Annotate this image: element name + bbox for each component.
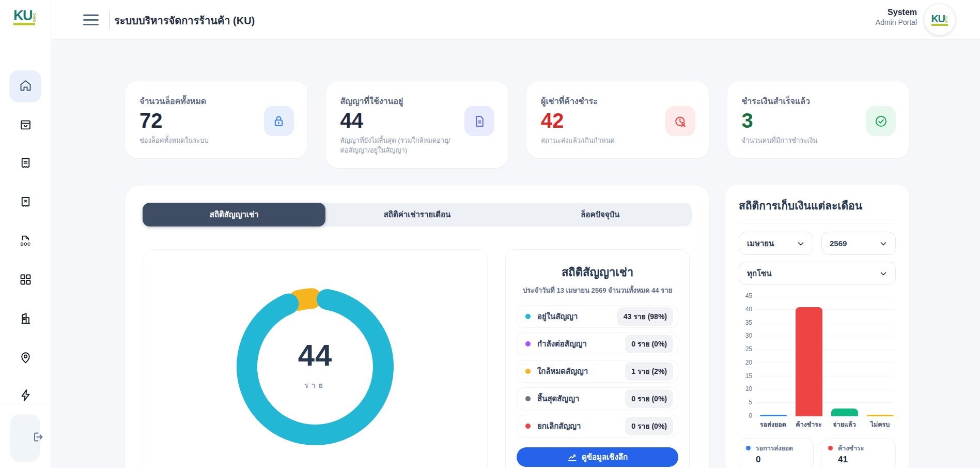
sidebar-item-shop[interactable] bbox=[9, 110, 41, 142]
legend-label: ยกเลิกสัญญา bbox=[537, 420, 581, 432]
shop-bag-icon bbox=[19, 118, 33, 134]
y-axis-tick: 45 bbox=[739, 292, 752, 299]
legend-value-badge: 1 ราย (2%) bbox=[625, 362, 673, 381]
building-icon bbox=[19, 311, 33, 327]
legend-dot-icon bbox=[525, 341, 531, 346]
stat-subtitle: สัญญาที่ยังไม่สิ้นสุด (รวมใกล้หมดอายุ/ต่… bbox=[340, 136, 452, 156]
doc-file-icon: DOC bbox=[19, 234, 33, 250]
overdue-clock-icon bbox=[665, 106, 695, 136]
chart-line-icon bbox=[567, 452, 577, 462]
svg-text:DOC: DOC bbox=[20, 241, 30, 246]
donut-center-unit: ราย bbox=[226, 380, 404, 391]
gridline bbox=[755, 323, 894, 323]
chevron-down-icon bbox=[879, 269, 888, 278]
bar-4 bbox=[867, 415, 894, 416]
legend-value-badge: 0 ราย (0%) bbox=[625, 417, 673, 435]
contract-stats-panel: สถิติสัญญาเช่า สถิติค่าเช่ารายเดือน ล็อค… bbox=[125, 186, 709, 468]
gridline bbox=[755, 296, 894, 296]
logo-underline bbox=[13, 23, 35, 25]
legend-label: อยู่ในสัญญา bbox=[537, 310, 578, 323]
legend-dot-icon bbox=[525, 314, 531, 319]
hamburger-menu-icon[interactable] bbox=[83, 12, 99, 27]
donut-segment bbox=[299, 298, 312, 300]
sidebar-item-documents[interactable]: DOC bbox=[9, 225, 41, 258]
stat-subtitle: สถานะส่งแล้ว/เกินกำหนด bbox=[541, 136, 652, 146]
gridline bbox=[755, 402, 894, 403]
collection-legend: รอการส่งยอด 0 ค้างชำระ 41 bbox=[739, 438, 896, 468]
stat-title: สัญญาที่ใช้งานอยู่ bbox=[340, 95, 494, 108]
document-icon bbox=[464, 106, 494, 136]
sidebar-item-invoices[interactable] bbox=[9, 148, 41, 180]
user-name: System bbox=[876, 8, 917, 17]
sidebar-item-cancelled-bills[interactable] bbox=[9, 187, 41, 219]
legend-dot-icon bbox=[525, 369, 531, 374]
check-circle-icon bbox=[866, 106, 896, 136]
stat-subtitle: จำนวนคนที่มีการชำระเงิน bbox=[742, 136, 853, 146]
legend-row: ใกล้หมดสัญญา 1 ราย (2%) bbox=[517, 360, 678, 383]
legend-dot-icon bbox=[525, 424, 531, 429]
stat-card-total-locks: จำนวนล็อคทั้งหมด 72 ช่องล็อคทั้งหมดในระบ… bbox=[125, 81, 307, 158]
contract-stats-card: สถิติสัญญาเช่า ประจำวันที่ 13 เมษายน 256… bbox=[505, 249, 690, 468]
stat-title: ผู้เช่าที่ค้างชำระ bbox=[541, 95, 694, 108]
collection-legend-card: รอการส่งยอด 0 bbox=[739, 438, 814, 468]
legend-row: อยู่ในสัญญา 43 ราย (98%) bbox=[517, 305, 678, 328]
tab-contract-stats[interactable]: สถิติสัญญาเช่า bbox=[143, 203, 325, 227]
legend-dot-icon bbox=[828, 446, 833, 450]
grid-icon bbox=[19, 273, 33, 289]
legend-row: ยกเลิกสัญญา 0 ราย (0%) bbox=[517, 415, 678, 437]
avatar[interactable]: KUSRC bbox=[924, 4, 955, 35]
donut-chart: 44 ราย bbox=[226, 278, 404, 456]
logout-icon[interactable] bbox=[31, 430, 44, 446]
x-axis-label: รอส่งยอด bbox=[760, 419, 786, 430]
y-axis-tick: 15 bbox=[739, 372, 752, 380]
tab-bar: สถิติสัญญาเช่า สถิติค่าเช่ารายเดือน ล็อค… bbox=[143, 203, 692, 227]
stat-cards-row: จำนวนล็อคทั้งหมด 72 ช่องล็อคทั้งหมดในระบ… bbox=[125, 81, 909, 168]
sidebar-item-home[interactable] bbox=[9, 70, 41, 102]
divider bbox=[739, 223, 896, 223]
y-axis-tick: 35 bbox=[739, 319, 752, 326]
logo-text: KU bbox=[931, 14, 945, 23]
gridline bbox=[755, 389, 894, 389]
legend-value-badge: 0 ราย (0%) bbox=[625, 389, 673, 408]
legend-label: ใกล้หมดสัญญา bbox=[537, 365, 588, 378]
ku-logo-small: KUSRC bbox=[931, 14, 948, 26]
lock-icon bbox=[264, 106, 294, 136]
title-divider bbox=[109, 11, 110, 29]
stat-title: จำนวนล็อคทั้งหมด bbox=[139, 95, 293, 108]
contract-legend-list: อยู่ในสัญญา 43 ราย (98%) กำลังต่อสัญญา 0… bbox=[517, 305, 678, 437]
view-insights-button[interactable]: ดูข้อมูลเชิงลึก bbox=[517, 447, 678, 467]
collection-bar-chart: 051015202530354045รอส่งยอดค้างชำระจ่ายแล… bbox=[739, 293, 896, 432]
legend-value-badge: 43 ราย (98%) bbox=[617, 307, 673, 326]
gridline bbox=[755, 349, 894, 350]
sidebar-item-apps[interactable] bbox=[9, 264, 41, 296]
gridline bbox=[755, 336, 894, 336]
bar-1 bbox=[760, 415, 787, 416]
topbar: ระบบบริหารจัดการร้านค้า (KU) System Admi… bbox=[51, 0, 980, 40]
month-select[interactable]: เมษายน bbox=[739, 232, 813, 255]
logo-subtext: SRC bbox=[33, 12, 37, 22]
sidebar-item-locations[interactable] bbox=[9, 342, 41, 374]
donut-chart-card: 44 ราย bbox=[143, 249, 488, 468]
x-axis-label: ค้างชำระ bbox=[796, 419, 821, 430]
chevron-down-icon bbox=[796, 239, 805, 248]
stat-card-paid: ชำระเงินสำเร็จแล้ว 3 จำนวนคนที่มีการชำระ… bbox=[727, 81, 910, 158]
y-axis-tick: 5 bbox=[739, 399, 752, 406]
zone-select[interactable]: ทุกโซน bbox=[739, 262, 896, 285]
contract-stats-title: สถิติสัญญาเช่า bbox=[517, 263, 678, 281]
legend-value: 0 bbox=[756, 455, 793, 465]
stat-subtitle: ช่องล็อคทั้งหมดในระบบ bbox=[139, 136, 251, 146]
bar-2 bbox=[796, 307, 822, 416]
sidebar: KU SRC DOC bbox=[0, 0, 51, 468]
gridline bbox=[755, 363, 894, 363]
gridline bbox=[755, 376, 894, 376]
tab-monthly-rent-stats[interactable]: สถิติค่าเช่ารายเดือน bbox=[325, 203, 508, 227]
sidebar-item-utilities[interactable] bbox=[9, 380, 41, 412]
user-role: Admin Portal bbox=[876, 18, 917, 26]
contract-stats-subtitle: ประจำวันที่ 13 เมษายน 2569 จำนวนทั้งหมด … bbox=[517, 285, 678, 296]
year-select[interactable]: 2569 bbox=[821, 232, 896, 255]
donut-center-value: 44 bbox=[226, 338, 404, 372]
tab-current-locks[interactable]: ล็อคปัจจุบัน bbox=[509, 203, 692, 227]
sidebar-item-buildings[interactable] bbox=[9, 303, 41, 335]
x-axis-label: ไม่ครบ bbox=[870, 419, 890, 430]
legend-dot-icon bbox=[525, 396, 531, 401]
